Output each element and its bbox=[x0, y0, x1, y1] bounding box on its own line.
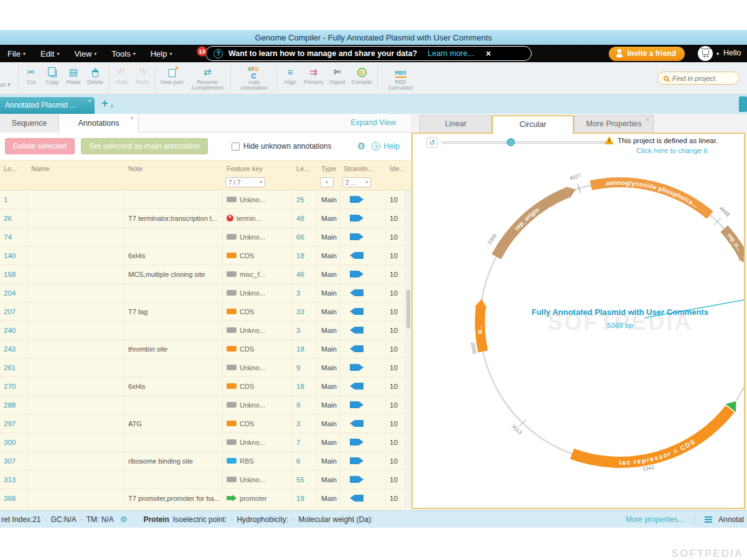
table-row[interactable]: 204 Unkno... 3 Main 10 bbox=[0, 284, 411, 302]
zoom-slider[interactable] bbox=[441, 141, 611, 144]
cut-button[interactable]: ✂ Cut bbox=[21, 64, 42, 93]
menu-file[interactable]: File▾ bbox=[0, 45, 33, 62]
delete-selected-button[interactable]: Delete selected bbox=[5, 138, 75, 154]
search-icon bbox=[664, 76, 669, 81]
project-tab[interactable]: Annotated Plasmid ... × bbox=[0, 97, 95, 114]
invite-friend-button[interactable]: Invite a friend bbox=[609, 47, 685, 61]
row-length: 3 bbox=[293, 321, 317, 339]
set-main-annotation-button[interactable]: Set selected as main annotation bbox=[81, 138, 208, 154]
gear-icon[interactable]: ⚙ bbox=[357, 141, 365, 152]
scrollbar-thumb[interactable] bbox=[406, 290, 410, 329]
add-tab-button[interactable]: + bbox=[101, 97, 108, 110]
tab-sequence[interactable]: Sequence bbox=[0, 114, 59, 133]
learn-more-link[interactable]: Learn more... bbox=[428, 49, 474, 58]
table-row[interactable]: 261 Unkno... 9 Main 10 bbox=[0, 358, 411, 377]
strand-arrow-icon bbox=[350, 401, 364, 409]
hide-unknown-checkbox[interactable] bbox=[232, 142, 240, 151]
strand-arrow-icon bbox=[350, 233, 364, 241]
menu-view[interactable]: View▾ bbox=[67, 45, 104, 62]
find-in-project-search[interactable] bbox=[657, 72, 740, 85]
paste-button[interactable]: ▤ Paste bbox=[63, 64, 84, 93]
tab-circular[interactable]: Circular bbox=[492, 115, 574, 134]
table-row[interactable]: 297 ATG CDS 3 Main 10 bbox=[0, 414, 411, 433]
compile-button[interactable]: G Compile bbox=[349, 64, 375, 93]
toolbar-clipped-button[interactable]: as ▾ bbox=[0, 65, 16, 92]
table-row[interactable]: 288 Unkno... 9 Main 10 bbox=[0, 396, 411, 414]
table-row[interactable]: 300 Unkno... 7 Main 10 bbox=[0, 433, 411, 452]
menu-edit[interactable]: Edit▾ bbox=[33, 45, 67, 62]
gear-icon[interactable]: ⚙ bbox=[120, 515, 128, 524]
column-header-note[interactable]: Note bbox=[125, 165, 223, 172]
column-header-feature-key[interactable]: Feature key bbox=[223, 165, 293, 172]
table-row[interactable]: 207 T7 tag CDS 33 Main 10 bbox=[0, 302, 411, 321]
svg-text:4027: 4027 bbox=[569, 172, 582, 182]
tab-annotations[interactable]: Annotations × bbox=[59, 114, 139, 133]
tabstrip-menu-button[interactable] bbox=[739, 96, 747, 112]
table-row[interactable]: 313 Unkno... 55 Main 10 bbox=[0, 470, 411, 489]
menu-help[interactable]: Help▾ bbox=[143, 45, 180, 62]
align-button[interactable]: ≡ Align bbox=[280, 64, 301, 93]
banner-close-icon[interactable]: × bbox=[486, 49, 491, 58]
feature-arc-lac-repressor[interactable] bbox=[572, 409, 730, 462]
table-row[interactable]: 140 6xHis CDS 18 Main 10 bbox=[0, 246, 411, 265]
table-row[interactable]: 307 ribosome binding site RBS 6 Main 10 bbox=[0, 452, 411, 470]
redo-button[interactable]: ↷ Redo bbox=[132, 64, 153, 93]
close-icon[interactable]: × bbox=[131, 116, 134, 121]
help-control[interactable]: ? Help bbox=[372, 142, 400, 151]
auto-annotation-button[interactable]: ATGC Auto Annotation bbox=[233, 64, 275, 93]
strand-filter[interactable]: 2 ...▾ bbox=[342, 177, 371, 187]
copy-button[interactable]: Copy bbox=[42, 64, 63, 93]
table-row[interactable]: 158 MCS,multiple cloning site misc_f... … bbox=[0, 265, 411, 284]
column-header-type[interactable]: Type bbox=[317, 165, 340, 172]
expand-view-link[interactable]: Expand View bbox=[350, 118, 396, 127]
digest-button[interactable]: ✄ Digest bbox=[326, 64, 349, 93]
column-header-length[interactable]: Le... bbox=[293, 165, 317, 172]
column-header-strand[interactable]: Strandn... bbox=[340, 165, 386, 172]
row-length: 18 bbox=[293, 340, 317, 358]
column-header-name[interactable]: Name bbox=[27, 165, 125, 172]
close-icon[interactable]: × bbox=[646, 117, 649, 123]
row-length: 3 bbox=[293, 414, 317, 432]
table-row[interactable]: 368 T7 promoter,promoter for ba... promo… bbox=[0, 489, 411, 508]
menu-tools[interactable]: Tools▾ bbox=[104, 45, 143, 62]
new-part-button[interactable]: New part bbox=[157, 64, 186, 93]
row-feature-key: CDS bbox=[223, 302, 293, 320]
primers-button[interactable]: ⇉ Primers bbox=[301, 64, 326, 93]
reverse-complement-button[interactable]: ⇄ Reverse Complement bbox=[186, 64, 228, 93]
zoom-slider-thumb[interactable] bbox=[507, 138, 515, 146]
cart-button[interactable] bbox=[698, 46, 713, 61]
row-length: 19 bbox=[293, 489, 317, 507]
column-header-location[interactable]: Lo... bbox=[0, 165, 27, 172]
feature-key-icon bbox=[227, 421, 237, 426]
chevron-down-icon[interactable]: ▾ bbox=[716, 51, 719, 57]
change-linear-link[interactable]: Click here to change it bbox=[604, 147, 739, 154]
tab-linear[interactable]: Linear bbox=[420, 115, 492, 133]
tab-more-properties[interactable]: More Properties × bbox=[574, 115, 654, 133]
table-row[interactable]: 26 T7 terminator,transcription t... term… bbox=[0, 209, 411, 228]
rbs-calculator-button[interactable]: RBS RBS Calculator bbox=[380, 64, 422, 93]
table-scrollbar[interactable] bbox=[405, 190, 410, 508]
row-type: Main bbox=[317, 284, 340, 302]
undo-button[interactable]: ↶ Undo bbox=[111, 64, 132, 93]
feature-arc-rep-origin[interactable] bbox=[496, 192, 567, 256]
annotations-panel-button[interactable]: Annotat bbox=[718, 515, 747, 524]
delete-button[interactable]: Delete bbox=[84, 64, 106, 93]
type-filter[interactable]: ▾ bbox=[320, 177, 334, 187]
row-length: 55 bbox=[293, 470, 317, 488]
table-row[interactable]: 270 6xHis CDS 18 Main 10 bbox=[0, 377, 411, 396]
search-input[interactable] bbox=[672, 75, 733, 82]
zoom-reset-button[interactable]: ↺ bbox=[426, 137, 438, 148]
table-row[interactable]: 1 Unkno... 25 Main 10 bbox=[0, 190, 411, 209]
table-row[interactable]: 240 Unkno... 3 Main 10 bbox=[0, 321, 411, 340]
table-row[interactable]: 243 thrombin site CDS 18 Main 10 bbox=[0, 340, 411, 358]
row-strand bbox=[340, 414, 386, 432]
strand-arrow-icon bbox=[350, 271, 364, 278]
column-header-identity[interactable]: Ide... bbox=[386, 165, 411, 172]
table-row[interactable]: 74 Unkno... 66 Main 10 bbox=[0, 228, 411, 246]
feature-key-filter[interactable]: 7 / 7▾ bbox=[225, 177, 265, 187]
close-icon[interactable]: × bbox=[88, 98, 92, 104]
more-properties-link[interactable]: More properties... bbox=[626, 515, 684, 524]
user-greeting[interactable]: Hello bbox=[723, 49, 741, 57]
chevron-down-icon[interactable]: ▾ bbox=[111, 104, 113, 109]
strand-arrow-icon bbox=[350, 383, 364, 390]
